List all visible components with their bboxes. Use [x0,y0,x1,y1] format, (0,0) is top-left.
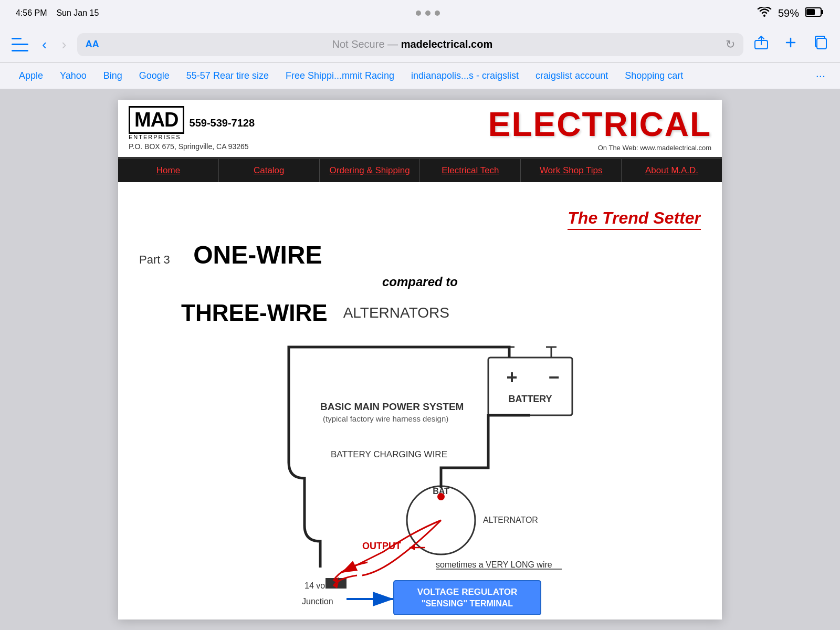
content-area: MAD ENTERPRISES 559-539-7128 P.O. BOX 67… [0,89,840,630]
trend-setter-title: The Trend Setter [568,208,701,230]
new-tab-button[interactable] [779,33,802,56]
status-time: 4:56 PM [16,8,47,17]
site-logo-right: ELECTRICAL On The Web: www.madelectrical… [488,105,711,152]
svg-text:BATTERY CHARGING WIRE: BATTERY CHARGING WIRE [331,449,447,459]
url-display: Not Secure — madelectrical.com [104,38,720,50]
text-size-button[interactable]: AA [86,39,99,50]
back-button[interactable]: ‹ [38,35,51,54]
compared-to-text: compared to [139,269,701,295]
nav-workshop-tips[interactable]: Work Shop Tips [521,159,622,182]
svg-text:(typical factory wire harness : (typical factory wire harness design) [323,414,448,423]
website-container: MAD ENTERPRISES 559-539-7128 P.O. BOX 67… [118,100,722,620]
three-wire-title: THREE-WIRE [181,300,328,326]
svg-text:sometimes a VERY LONG wire: sometimes a VERY LONG wire [436,560,552,569]
svg-text:BASIC MAIN POWER SYSTEM: BASIC MAIN POWER SYSTEM [320,401,464,412]
wifi-icon [757,7,772,20]
mad-text: MAD [129,106,184,134]
forward-button[interactable]: › [57,35,70,54]
status-right: 59% [757,7,824,20]
diagram-area: + − BATTERY BAT ALTERNATOR [139,342,701,615]
bookmarks-bar: Apple Yahoo Bing Google 55-57 Rear tire … [0,63,840,89]
sidebar-toggle-button[interactable] [8,35,32,54]
svg-text:Junction: Junction [302,597,333,606]
site-content: The Trend Setter Part 3 ONE-WIRE compare… [118,182,722,620]
sidebar-icon [12,38,28,51]
bookmark-shipping[interactable]: Free Shippi...mmit Racing [277,70,403,81]
svg-text:OUTPUT: OUTPUT [362,541,401,551]
site-web-url: On The Web: www.madelectrical.com [598,144,711,152]
url-bar[interactable]: AA Not Secure — madelectrical.com ↻ [77,33,743,56]
not-secure-label: Not Secure — [332,38,401,50]
wiring-diagram: + − BATTERY BAT ALTERNATOR [139,342,701,615]
bookmark-bing[interactable]: Bing [95,70,131,81]
enterprises-text: ENTERPRISES [129,134,184,140]
dot-1 [416,10,421,16]
bookmark-google[interactable]: Google [131,70,178,81]
article-header: The Trend Setter Part 3 ONE-WIRE compare… [139,198,701,342]
bookmark-craigslist-account[interactable]: craigslist account [527,70,616,81]
nav-bar: ‹ › AA Not Secure — madelectrical.com ↻ [0,26,840,63]
alternators-text: ALTERNATORS [343,304,449,321]
status-date: Sun Jan 15 [56,8,99,17]
svg-text:VOLTAGE REGULATOR: VOLTAGE REGULATOR [417,587,517,597]
svg-text:ALTERNATOR: ALTERNATOR [483,516,538,524]
bookmark-yahoo[interactable]: Yahoo [51,70,95,81]
phone-number: 559-539-7128 [190,117,255,129]
share-button[interactable] [750,33,773,56]
refresh-button[interactable]: ↻ [726,38,735,51]
svg-text:−: − [548,366,559,388]
svg-point-17 [437,493,445,500]
one-wire-title: ONE-WIRE [193,240,322,269]
nav-home[interactable]: Home [118,159,219,182]
status-center-dots [416,10,440,16]
svg-text:"SENSING" TERMINAL: "SENSING" TERMINAL [422,599,513,608]
svg-rect-31 [394,581,541,615]
url-domain: madelectrical.com [401,38,493,50]
status-bar: 4:56 PM Sun Jan 15 59% [0,0,840,26]
svg-rect-3 [806,9,815,15]
nav-about[interactable]: About M.A.D. [622,159,722,182]
svg-rect-2 [821,10,823,14]
svg-text:BATTERY: BATTERY [509,394,552,404]
status-time-date: 4:56 PM Sun Jan 15 [16,8,99,18]
svg-rect-7 [488,358,572,415]
nav-ordering[interactable]: Ordering & Shipping [320,159,421,182]
nav-electrical-tech[interactable]: Electrical Tech [420,159,521,182]
svg-point-0 [763,15,765,17]
dot-2 [425,10,430,16]
bookmark-indianapolis[interactable]: indianapolis...s - craigslist [403,70,527,81]
bookmark-tire-size[interactable]: 55-57 Rear tire size [178,70,277,81]
svg-rect-6 [817,38,826,49]
part-label: Part 3 [139,253,170,267]
svg-text:+: + [506,366,517,388]
site-nav: Home Catalog Ordering & Shipping Electri… [118,159,722,182]
battery-icon [805,7,824,20]
three-wire-row: THREE-WIRE ALTERNATORS [139,295,701,337]
bookmark-apple[interactable]: Apple [10,70,51,81]
bookmarks-more-button[interactable]: ··· [812,69,830,83]
battery-percentage: 59% [778,7,799,19]
tabs-button[interactable] [808,33,832,56]
address: P.O. BOX 675, Springville, CA 93265 [129,142,255,151]
site-logo-brand: MAD ENTERPRISES 559-539-7128 [129,106,255,140]
site-logo-left: MAD ENTERPRISES 559-539-7128 P.O. BOX 67… [129,106,255,151]
mad-logo: MAD ENTERPRISES [129,106,184,140]
electrical-logo: ELECTRICAL [488,105,711,144]
site-header: MAD ENTERPRISES 559-539-7128 P.O. BOX 67… [118,100,722,159]
nav-catalog[interactable]: Catalog [219,159,320,182]
bookmark-shopping-cart[interactable]: Shopping cart [616,70,691,81]
dot-3 [435,10,440,16]
